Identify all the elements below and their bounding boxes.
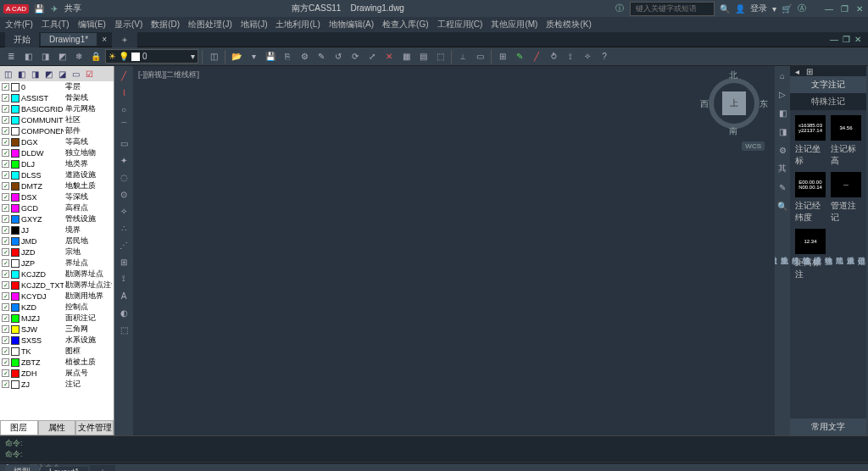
minimize-icon[interactable]: — — [824, 3, 834, 14]
layer-freeze-icon[interactable]: ❄ — [71, 49, 86, 64]
layer-checkbox[interactable]: ✓ — [2, 281, 9, 289]
save2-icon[interactable]: 💾 — [263, 49, 278, 64]
save-icon[interactable]: 💾 — [34, 3, 44, 14]
layer-row[interactable]: ✓COMMUNITY社区 — [0, 114, 114, 125]
layer-checkbox[interactable]: ✓ — [2, 193, 9, 201]
layer-row[interactable]: ✓JMD居民地 — [0, 236, 114, 247]
menu-item[interactable]: 土地利用(L) — [275, 19, 320, 30]
layer-row[interactable]: ✓ASSIST骨架线 — [0, 92, 114, 103]
layer-checkbox[interactable]: ✓ — [2, 369, 9, 377]
vt-h-icon[interactable]: ⟟ — [116, 271, 131, 286]
layer-checkbox[interactable]: ✓ — [2, 325, 9, 333]
layer-iso-icon[interactable]: ◨ — [37, 49, 53, 64]
menu-item[interactable]: 地物编辑(A) — [329, 19, 374, 30]
layer-color[interactable] — [11, 358, 19, 367]
layer-color[interactable] — [11, 204, 19, 213]
layer-row[interactable]: ✓TK图框 — [0, 346, 114, 357]
tool-k-icon[interactable]: ⟂ — [455, 49, 470, 64]
layer-checkbox[interactable]: ✓ — [2, 270, 9, 278]
tool-p-icon[interactable]: ⟟ — [563, 49, 578, 64]
maximize-icon[interactable]: ❐ — [839, 3, 849, 14]
layer-checkbox[interactable]: ✓ — [2, 314, 9, 322]
layer-color[interactable] — [11, 281, 19, 290]
tool-o-icon[interactable]: ⥁ — [546, 49, 561, 64]
category-tab[interactable]: 定位基础 — [856, 71, 867, 430]
menu-item[interactable]: 文件(F) — [5, 19, 33, 30]
layer-checkbox[interactable]: ✓ — [2, 105, 9, 113]
layer-checkbox[interactable]: ✓ — [2, 248, 9, 256]
lp-check-icon[interactable]: ☑ — [83, 68, 95, 80]
close2-icon[interactable]: ✕ — [853, 35, 863, 45]
tool-q-icon[interactable]: ✧ — [580, 49, 595, 64]
layer-row[interactable]: ✓GXYZ管线设施 — [0, 213, 114, 224]
layer-color[interactable] — [11, 270, 19, 279]
vt-e-icon[interactable]: ∴ — [116, 220, 131, 236]
vt-f-icon[interactable]: ⋰ — [116, 237, 131, 252]
layer-row[interactable]: ✓JZP界址点 — [0, 258, 114, 269]
layer-checkbox[interactable]: ✓ — [2, 358, 9, 366]
tool-n-icon[interactable]: ✎ — [512, 49, 527, 64]
layer-lock-icon[interactable]: 🔒 — [88, 49, 103, 64]
vt-j-icon[interactable]: ◐ — [116, 305, 131, 320]
menu-item[interactable]: 绘图处理(J) — [188, 19, 232, 30]
layer-color[interactable] — [11, 292, 19, 301]
layer-color[interactable] — [11, 325, 19, 334]
layer-row[interactable]: ✓DLJ地类界 — [0, 158, 114, 169]
tool-g-icon[interactable]: ⤢ — [364, 49, 380, 64]
category-tab[interactable]: 水系设施 — [845, 71, 856, 430]
lp-b-icon[interactable]: ◨ — [29, 68, 41, 80]
tool-c-icon[interactable]: ⚙ — [297, 49, 312, 64]
tool-i-icon[interactable]: ▤ — [415, 49, 431, 64]
btab-model[interactable]: 模型 — [5, 465, 39, 471]
layer-checkbox[interactable]: ✓ — [2, 160, 9, 168]
menu-item[interactable]: 检查入库(G) — [382, 19, 428, 30]
vt-i-icon[interactable]: A — [116, 288, 131, 303]
layer-off-icon[interactable]: ◩ — [54, 49, 70, 64]
layer-row[interactable]: ✓SXSS水系设施 — [0, 335, 114, 346]
menu-item[interactable]: 编辑(E) — [78, 19, 106, 30]
layer-checkbox[interactable]: ✓ — [2, 303, 9, 311]
layer-row[interactable]: ✓DLSS道路设施 — [0, 169, 114, 180]
tool-l-icon[interactable]: ▭ — [472, 49, 487, 64]
layer-color[interactable] — [11, 127, 19, 136]
layer-state-icon[interactable]: ◧ — [20, 49, 36, 64]
menu-item[interactable]: 数据(D) — [151, 19, 180, 30]
layer-row[interactable]: ✓ZBTZ植被土质 — [0, 357, 114, 368]
vt-a-icon[interactable]: ✦ — [116, 152, 131, 168]
layer-color[interactable] — [11, 138, 19, 147]
category-tab[interactable]: 交通设施 — [812, 71, 823, 430]
menu-item[interactable]: 工程应用(C) — [437, 19, 483, 30]
open-icon[interactable]: 📂 — [229, 49, 244, 64]
cross-icon[interactable]: ✕ — [381, 49, 397, 64]
help-icon[interactable]: Ⓐ — [797, 3, 807, 14]
layer-row[interactable]: ✓KZD控制点 — [0, 302, 114, 313]
restore-icon[interactable]: ❐ — [841, 35, 851, 45]
layer-color[interactable] — [11, 369, 19, 378]
layer-checkbox[interactable]: ✓ — [2, 182, 9, 190]
tool-f-icon[interactable]: ⟳ — [348, 49, 363, 64]
menu-item[interactable]: 地籍(J) — [241, 19, 268, 30]
layer-row[interactable]: ✓DSX等深线 — [0, 191, 114, 202]
lp-e-icon[interactable]: ▭ — [70, 68, 81, 80]
layer-row[interactable]: ✓DLDW独立地物 — [0, 147, 114, 158]
layer-row[interactable]: ✓KCJZD_TXT勘测界址点注记 — [0, 280, 114, 291]
layer-color[interactable] — [11, 347, 19, 356]
vt-rect-icon[interactable]: ▭ — [116, 136, 131, 151]
vt-d-icon[interactable]: ✧ — [116, 203, 131, 219]
layer-color[interactable] — [11, 336, 19, 345]
layer-checkbox[interactable]: ✓ — [2, 380, 9, 388]
layer-checkbox[interactable]: ✓ — [2, 149, 9, 157]
share-icon[interactable]: ✈ — [49, 3, 59, 14]
layer-color[interactable] — [11, 182, 19, 191]
layer-color[interactable] — [11, 193, 19, 202]
layer-row[interactable]: ✓DGX等高线 — [0, 136, 114, 147]
layer-color[interactable] — [11, 314, 19, 323]
layer-row[interactable]: ✓DMTZ地貌土质 — [0, 180, 114, 191]
layer-checkbox[interactable]: ✓ — [2, 116, 9, 124]
minimize2-icon[interactable]: — — [829, 35, 839, 45]
vt-pline-icon[interactable]: ⌇ — [116, 85, 131, 100]
menu-item[interactable]: 质检模块(K) — [546, 19, 591, 30]
tool-a-icon[interactable]: ◫ — [206, 49, 221, 64]
vt-b-icon[interactable]: ◌ — [116, 169, 131, 185]
lp-new-icon[interactable]: ◫ — [2, 68, 14, 80]
